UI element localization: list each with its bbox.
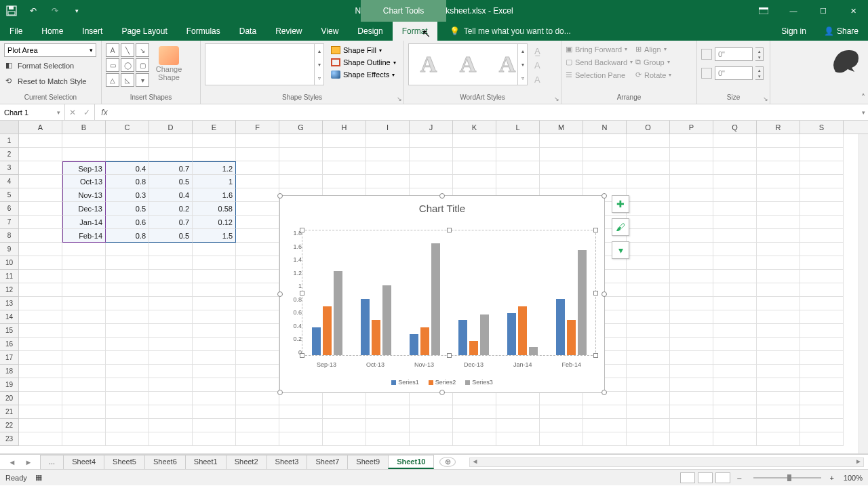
cell[interactable]: Oct-13	[62, 175, 106, 188]
row-header[interactable]: 6	[0, 202, 19, 216]
cell[interactable]	[800, 283, 844, 297]
size-dialog-launcher-icon[interactable]: ↘	[763, 96, 768, 102]
column-header[interactable]: D	[149, 121, 193, 134]
cell[interactable]	[19, 324, 62, 338]
format-selection-button[interactable]: ◧Format Selection	[4, 59, 75, 73]
cell[interactable]	[713, 405, 757, 419]
change-shape-button[interactable]: Change Shape	[152, 43, 186, 81]
sheet-tab[interactable]: ...	[40, 455, 64, 469]
cell[interactable]	[757, 365, 800, 378]
spin-down-icon[interactable]: ▾	[755, 73, 763, 79]
cell[interactable]	[670, 378, 713, 392]
cell[interactable]	[106, 134, 149, 148]
column-header[interactable]: E	[193, 121, 236, 134]
cell[interactable]	[106, 148, 149, 161]
cell[interactable]	[193, 256, 236, 270]
cell[interactable]	[713, 297, 757, 310]
cell[interactable]	[670, 297, 713, 310]
cell[interactable]	[713, 216, 757, 229]
cell[interactable]	[540, 419, 583, 432]
cell[interactable]	[800, 134, 844, 148]
cell[interactable]	[410, 134, 453, 148]
row-header[interactable]: 1	[0, 134, 19, 148]
save-icon[interactable]	[5, 5, 18, 17]
cell[interactable]	[19, 134, 62, 148]
cell[interactable]	[670, 432, 713, 446]
cell[interactable]	[713, 432, 757, 446]
cell[interactable]	[713, 378, 757, 392]
cell[interactable]	[193, 392, 236, 405]
vertical-scrollbar[interactable]	[859, 134, 868, 453]
cell[interactable]: 0.6	[106, 216, 149, 229]
cell[interactable]	[496, 392, 540, 405]
cell[interactable]	[149, 419, 193, 432]
sheet-tab[interactable]: Sheet7	[307, 455, 348, 469]
select-all-corner[interactable]	[0, 121, 19, 134]
cell[interactable]	[106, 256, 149, 270]
cell[interactable]	[453, 161, 496, 175]
row-header[interactable]: 12	[0, 283, 19, 297]
cell[interactable]	[627, 392, 670, 405]
cell[interactable]	[713, 188, 757, 202]
cell[interactable]	[757, 324, 800, 338]
row-header[interactable]: 17	[0, 351, 19, 365]
cell[interactable]	[757, 432, 800, 446]
cell[interactable]	[366, 148, 410, 161]
cell[interactable]: 0.5	[106, 202, 149, 216]
cell[interactable]	[453, 432, 496, 446]
cell[interactable]	[193, 324, 236, 338]
chart-bar[interactable]	[458, 320, 467, 355]
cell[interactable]	[279, 161, 323, 175]
cell[interactable]	[800, 243, 844, 256]
shape-rect-icon[interactable]: ▭	[106, 58, 119, 72]
column-header[interactable]: N	[583, 121, 627, 134]
cell[interactable]	[236, 351, 279, 365]
cell[interactable]	[540, 392, 583, 405]
cell[interactable]	[583, 161, 627, 175]
send-backward-button[interactable]: ▢Send Backward ▾	[566, 56, 633, 68]
cell[interactable]: Sep-13	[62, 161, 106, 175]
cell[interactable]	[713, 243, 757, 256]
cell[interactable]	[149, 365, 193, 378]
cell[interactable]	[496, 405, 540, 419]
cell[interactable]	[757, 161, 800, 175]
cell[interactable]	[106, 419, 149, 432]
cell[interactable]: 1.2	[193, 161, 236, 175]
cell[interactable]	[627, 161, 670, 175]
cell[interactable]	[366, 392, 410, 405]
tab-home[interactable]: Home	[32, 22, 73, 41]
cell[interactable]	[193, 243, 236, 256]
cell[interactable]	[19, 256, 62, 270]
shape-line-icon[interactable]: ╲	[121, 43, 134, 57]
align-button[interactable]: ⊞ Align ▾	[635, 43, 671, 55]
cell[interactable]	[670, 405, 713, 419]
cell[interactable]	[453, 392, 496, 405]
cell[interactable]	[193, 365, 236, 378]
column-header[interactable]: G	[279, 121, 323, 134]
cell[interactable]	[410, 161, 453, 175]
sheet-tab[interactable]: Sheet4	[63, 455, 104, 469]
cell[interactable]	[670, 188, 713, 202]
cell[interactable]: Nov-13	[62, 188, 106, 202]
cell[interactable]	[236, 175, 279, 188]
cell[interactable]	[410, 405, 453, 419]
cell[interactable]	[800, 297, 844, 310]
cell[interactable]	[540, 161, 583, 175]
cell[interactable]	[713, 202, 757, 216]
shape-textbox-icon[interactable]: A	[106, 43, 119, 57]
maximize-icon[interactable]: ☐	[808, 0, 838, 22]
cell[interactable]	[19, 310, 62, 324]
cell[interactable]	[757, 310, 800, 324]
column-header[interactable]: P	[670, 121, 713, 134]
cell[interactable]	[670, 202, 713, 216]
cell[interactable]	[713, 392, 757, 405]
tab-format[interactable]: Format	[393, 22, 437, 41]
cell[interactable]: 0.58	[193, 202, 236, 216]
cell[interactable]	[713, 338, 757, 351]
cell[interactable]	[627, 202, 670, 216]
cell[interactable]	[800, 365, 844, 378]
shape-more-icon[interactable]: ▾	[136, 73, 149, 87]
sheet-tab[interactable]: Sheet9	[347, 455, 389, 469]
cell[interactable]: 0.5	[149, 229, 193, 243]
cell[interactable]	[757, 378, 800, 392]
